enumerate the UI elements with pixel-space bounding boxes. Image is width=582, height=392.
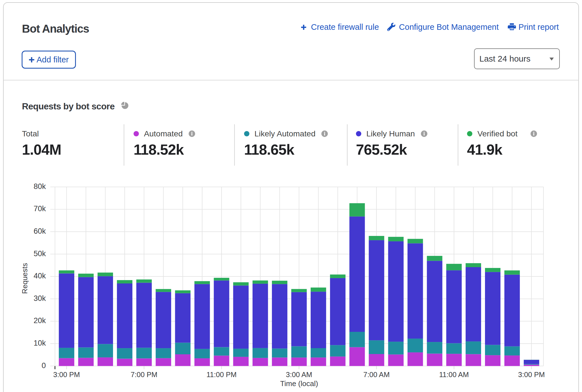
svg-text:Requests: Requests bbox=[21, 263, 29, 294]
svg-text:7:00 PM: 7:00 PM bbox=[131, 371, 157, 379]
svg-text:11:00 PM: 11:00 PM bbox=[206, 371, 236, 379]
svg-text:30k: 30k bbox=[33, 294, 46, 303]
svg-text:3:00 PM: 3:00 PM bbox=[53, 371, 80, 379]
svg-text:80k: 80k bbox=[33, 182, 46, 191]
svg-text:0: 0 bbox=[42, 361, 46, 370]
svg-text:3:00 PM: 3:00 PM bbox=[518, 371, 545, 379]
svg-text:3:00 AM: 3:00 AM bbox=[286, 371, 312, 379]
svg-text:Time (local): Time (local) bbox=[280, 379, 318, 388]
svg-text:60k: 60k bbox=[33, 227, 46, 235]
svg-text:70k: 70k bbox=[33, 204, 46, 213]
svg-text:20k: 20k bbox=[33, 316, 46, 325]
svg-text:7:00 AM: 7:00 AM bbox=[363, 371, 390, 379]
svg-text:50k: 50k bbox=[33, 249, 46, 258]
svg-text:11:00 AM: 11:00 AM bbox=[439, 371, 469, 379]
svg-text:10k: 10k bbox=[33, 339, 46, 347]
svg-text:40k: 40k bbox=[33, 272, 46, 280]
